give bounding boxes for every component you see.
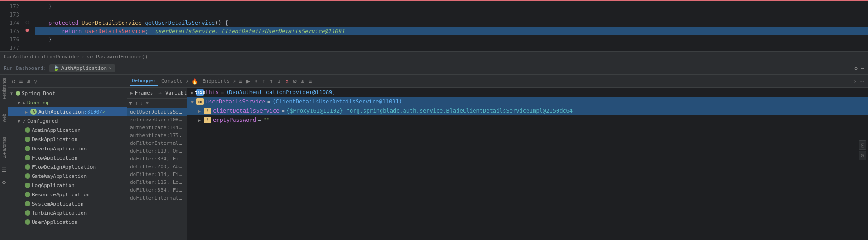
variables-panel: ▶ this this = (DaoAuthenticationProvider… <box>187 88 868 240</box>
frame-item[interactable]: doFilter:334, Filt... <box>127 171 187 178</box>
frame-down-icon[interactable]: ↓ <box>140 100 143 106</box>
configured-section[interactable]: ▼ / Configured <box>8 116 127 126</box>
list-item[interactable]: SystemApplication <box>8 199 127 208</box>
list-item[interactable]: ResourceApplication <box>8 190 127 199</box>
console-arrow-icon: ↗ <box>186 78 189 84</box>
frame-item[interactable]: getUserDetailsSe... <box>127 108 187 116</box>
more-icon[interactable]: ⋯ <box>859 77 865 85</box>
breadcrumb-item-1[interactable]: DaoAuthenticationProvider <box>4 54 80 60</box>
copy-value-icon[interactable]: ⎘ <box>859 140 866 150</box>
frame-item[interactable]: doFilter:334, Filt... <box>127 186 187 194</box>
user-icon <box>25 219 30 225</box>
frame-item[interactable]: retrieveUser:108... <box>127 116 187 124</box>
expand-right-icon[interactable]: ⇒ <box>850 77 857 85</box>
step-over-icon[interactable]: ≡ <box>237 77 244 85</box>
debugger-toolbar: Debugger Console ↗ 🔥 Endpoints ↗ ≡ ▶ ⬇ ⬆… <box>127 75 868 88</box>
configured-label: Configured <box>27 118 58 124</box>
view-as-icon[interactable]: ⊙ <box>859 151 866 160</box>
main-area: Persistence Web Z-Favorites ☰ ⚙ ↺ ≡ ⊞ ▽ … <box>0 75 868 240</box>
auth-running-indicator: ✓ <box>102 109 105 114</box>
resume-icon[interactable]: ▶ <box>245 77 252 85</box>
evaluate-icon[interactable]: ↓ <box>276 77 282 85</box>
list-item[interactable]: DeskApplication <box>8 135 127 144</box>
var-uds-arrow[interactable]: ▼ <box>191 99 196 104</box>
frame-up-icon[interactable]: ↑ <box>135 100 138 106</box>
list-debug-icon[interactable]: ≡ <box>307 77 314 85</box>
running-arrow: ▼ <box>18 100 23 105</box>
var-client-details-service[interactable]: ▶ ! clientDetailsService = {$Proxy161@11… <box>187 106 868 115</box>
var-cds-arrow[interactable]: ▶ <box>198 109 204 114</box>
frame-item[interactable]: doFilter:200, Abs... <box>127 163 187 171</box>
spring-boot-root[interactable]: ▼ Spring Boot <box>8 89 127 98</box>
var-this[interactable]: ▶ this this = (DaoAuthenticationProvider… <box>187 88 868 97</box>
list-item[interactable]: AdminApplication <box>8 126 127 135</box>
auth-app-expand: ▶ <box>25 109 30 114</box>
frame-item[interactable]: doFilterInternal:1... <box>127 139 187 147</box>
grid-icon[interactable]: ⊞ <box>26 77 31 86</box>
settings-icon[interactable]: ⚙ <box>854 65 858 72</box>
spring-boot-dot <box>16 91 20 96</box>
list-item[interactable]: TurbineApplication <box>8 208 127 217</box>
breadcrumb-item-2[interactable]: setPasswordEncoder() <box>87 54 147 60</box>
flowdesign-icon <box>25 164 30 170</box>
close-tab-icon[interactable]: × <box>109 66 111 71</box>
refresh-icon[interactable]: ↺ <box>11 77 17 86</box>
var-this-icon: this <box>196 89 204 96</box>
flow-app-label: FlowApplication <box>32 155 77 161</box>
web-label: Web <box>1 113 7 123</box>
frame-item[interactable]: authenticate:144... <box>127 124 187 131</box>
frame-item[interactable]: doFilterInternal:7... <box>127 194 187 202</box>
var-cds-value: {$Proxy161@11102} "org.springblade.auth.… <box>287 108 576 114</box>
frame-dropdown-icon[interactable]: ▼ <box>129 100 132 106</box>
list-item[interactable]: FlowApplication <box>8 153 127 162</box>
var-ep-arrow[interactable]: ▶ <box>198 118 204 123</box>
step-into-icon[interactable]: ⬇ <box>253 77 259 85</box>
frame-item[interactable]: doFilter:334, Filt... <box>127 155 187 163</box>
system-app-label: SystemApplication <box>32 201 84 207</box>
running-section[interactable]: ▼ ▶ Running <box>8 98 127 107</box>
run-to-cursor-icon[interactable]: ↑ <box>269 77 275 85</box>
gateway-app-label: GateWayApplication <box>32 173 87 179</box>
auth-icon: A <box>30 109 37 115</box>
list-item[interactable]: DevelopApplication <box>8 144 127 153</box>
resource-icon <box>25 192 30 197</box>
auth-application-tab[interactable]: 🍃 AuthApplication × <box>49 64 115 72</box>
frame-item[interactable]: authenticate:175, <box>127 131 187 139</box>
auth-app-icon: 🍃 <box>53 65 59 71</box>
code-content: } protected UserDetailsService getUserDe… <box>31 1 868 51</box>
list-item[interactable]: LogApplication <box>8 181 127 190</box>
frames-toolbar: ▼ ↑ ↓ ▽ <box>127 99 187 108</box>
console-tab[interactable]: Console <box>159 77 184 85</box>
structure-icon[interactable]: ☰ <box>1 166 7 173</box>
line-numbers: 172 173 174 175 176 177 <box>0 1 23 51</box>
debugger-tab[interactable]: Debugger <box>130 77 158 86</box>
auth-application-item[interactable]: ▶ A AuthApplication :8100/ ✓ <box>8 107 127 116</box>
frames-expand-icon[interactable]: ▶ <box>130 90 133 96</box>
var-user-details-service[interactable]: ▼ oo userDetailsService = (ClientDetails… <box>187 97 868 106</box>
endpoints-tab[interactable]: Endpoints <box>200 77 232 85</box>
step-out-icon[interactable]: ⬆ <box>261 77 267 85</box>
grid-debug-icon[interactable]: ⊞ <box>299 77 306 85</box>
gear-bottom-icon[interactable]: ⚙ <box>2 179 6 186</box>
configured-fold-icon: / <box>23 119 26 124</box>
ellipsis-icon[interactable]: ⋯ <box>861 65 864 72</box>
auth-app-label: AuthApplication <box>38 109 84 115</box>
frame-item[interactable]: doFilter:119, Onc... <box>127 147 187 155</box>
stop-icon[interactable]: ✕ <box>284 77 290 85</box>
var-empty-password[interactable]: ▶ ! emptyPassword = "" <box>187 115 868 125</box>
user-app-label: UserApplication <box>32 219 77 225</box>
filter-icon[interactable]: ▽ <box>33 77 38 86</box>
list-icon[interactable]: ≡ <box>18 77 24 86</box>
vars-list: ▶ this this = (DaoAuthenticationProvider… <box>187 88 868 240</box>
desk-icon <box>25 137 30 142</box>
log-icon <box>25 183 30 188</box>
frame-filter-icon[interactable]: ▽ <box>146 100 149 106</box>
list-item[interactable]: UserApplication <box>8 217 127 227</box>
turbine-app-label: TurbineApplication <box>32 210 87 216</box>
frames-arrow-icon: → <box>158 90 162 96</box>
var-uds-value: (ClientDetailsUserDetailsService@11091) <box>272 98 402 105</box>
settings-debug-icon[interactable]: ⚙ <box>292 77 298 85</box>
list-item[interactable]: GateWayApplication <box>8 171 127 181</box>
list-item[interactable]: FlowDesignApplication <box>8 162 127 171</box>
frame-item[interactable]: doFilter:116, Log... <box>127 178 187 186</box>
